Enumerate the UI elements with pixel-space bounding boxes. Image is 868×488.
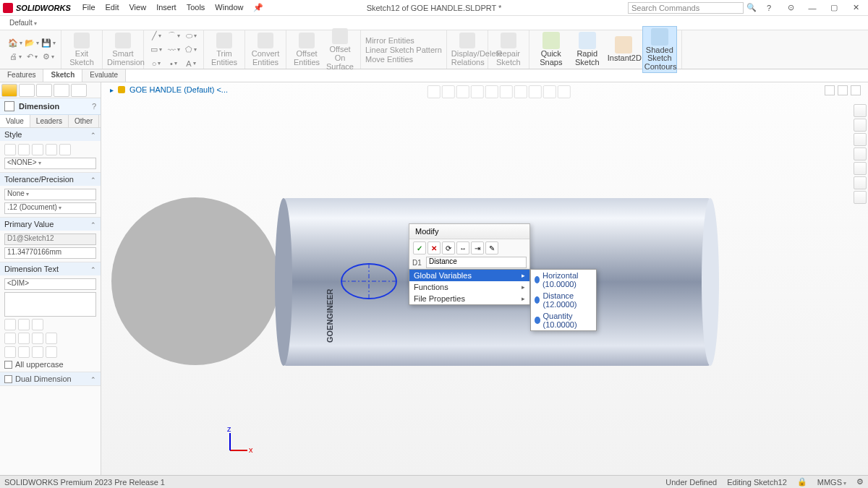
rapid-sketch[interactable]: Rapid Sketch (570, 30, 605, 68)
just-3[interactable] (32, 319, 43, 330)
feature-manager-tab[interactable] (1, 84, 17, 97)
primary-value-header[interactable]: Primary Value (0, 218, 101, 231)
tab-leaders[interactable]: Leaders (30, 115, 69, 127)
trim-button[interactable]: Trim Entities (208, 33, 240, 67)
options-button[interactable]: ⚙ (41, 50, 56, 63)
spin-inc-button[interactable]: ⇥ (471, 241, 484, 254)
var-distance[interactable]: Distance (12.0000) (531, 290, 596, 310)
smart-dimension-button[interactable]: Smart Dimension (107, 33, 139, 67)
cancel-button[interactable]: ✕ (427, 241, 441, 254)
property-manager-tab[interactable] (19, 84, 35, 97)
print-button[interactable]: 🖨 (7, 50, 23, 63)
style-dropdown[interactable]: <NONE> (4, 158, 96, 169)
help-small-icon[interactable]: ? (92, 102, 96, 111)
display-manager-tab[interactable] (71, 84, 87, 97)
linear-pattern[interactable]: Linear Sketch Pattern (365, 46, 442, 54)
style-ic2[interactable] (18, 144, 30, 155)
spline-tool[interactable]: 〰 (166, 43, 182, 56)
equation-menu[interactable]: Global Variables▸ Functions▸ File Proper… (409, 269, 530, 305)
sym-8[interactable] (46, 346, 57, 358)
config-manager-tab[interactable] (36, 84, 52, 97)
sym-6[interactable] (18, 346, 30, 358)
undo-button[interactable]: ↶ (24, 50, 40, 63)
mark-button[interactable]: ✎ (485, 241, 498, 254)
rect-tool[interactable]: ▭ (148, 43, 164, 56)
slot-tool[interactable]: ⬭ (183, 30, 199, 43)
help-icon[interactable]: ? (760, 1, 778, 14)
tolerance-precision[interactable]: .12 (Document) (4, 202, 96, 214)
menu-functions[interactable]: Functions▸ (409, 281, 529, 293)
global-vars-submenu[interactable]: Horizontal (10.0000) Distance (12.0000) … (530, 269, 597, 331)
distance-input[interactable]: Distance (426, 257, 527, 268)
style-ic4[interactable] (46, 144, 57, 155)
mirror-entities[interactable]: Mirror Entities (365, 36, 442, 45)
menu-file-properties[interactable]: File Properties▸ (409, 293, 529, 304)
menu-file[interactable]: File (78, 1, 100, 14)
tab-sketch[interactable]: Sketch (43, 69, 82, 82)
quick-snaps[interactable]: Quick Snaps (534, 30, 569, 68)
search-input[interactable]: Search Commands (628, 2, 744, 14)
tab-features[interactable]: Features (0, 69, 43, 82)
menu-tools[interactable]: Tools (182, 1, 210, 14)
just-2[interactable] (18, 319, 30, 330)
sym-3[interactable] (32, 333, 43, 344)
just-1[interactable] (4, 319, 16, 330)
tab-value[interactable]: Value (0, 115, 30, 127)
style-ic1[interactable] (4, 144, 16, 155)
rebuild-button[interactable]: ⟳ (442, 241, 455, 254)
offset-surface-button[interactable]: Offset On Surface (324, 28, 356, 71)
ok-button[interactable]: ✓ (413, 241, 426, 254)
open-button[interactable]: 📂 (24, 36, 40, 49)
dimension-value[interactable]: 11.34770166mm (4, 247, 96, 259)
line-tool[interactable]: ╱ (148, 30, 164, 43)
save-button[interactable]: 💾 (41, 36, 56, 49)
style-header[interactable]: Style (0, 128, 101, 141)
dim-text-token[interactable]: <DIM> (4, 278, 96, 290)
menu-edit[interactable]: Edit (101, 1, 124, 14)
units-label[interactable]: MMGS (817, 478, 846, 487)
close-button[interactable]: ✕ (846, 1, 865, 14)
dim-text-area[interactable] (4, 292, 96, 317)
user-icon[interactable]: ⊙ (781, 1, 800, 14)
var-horizontal[interactable]: Horizontal (10.0000) (531, 270, 596, 290)
tab-other[interactable]: Other (69, 115, 99, 127)
menu-view[interactable]: View (124, 1, 150, 14)
style-ic3[interactable] (32, 144, 43, 155)
reverse-button[interactable]: ↔ (456, 241, 469, 254)
display-delete-relations[interactable]: Display/Delete Relations (451, 33, 483, 67)
status-gear-icon[interactable]: ⚙ (856, 477, 864, 487)
menu-global-variables[interactable]: Global Variables▸ (409, 270, 529, 281)
sym-7[interactable] (32, 346, 43, 358)
circle-tool[interactable]: ○ (148, 57, 164, 70)
repair-sketch[interactable]: Repair Sketch (493, 33, 524, 67)
text-tool[interactable]: A (183, 57, 199, 70)
search-icon[interactable]: 🔍 (746, 3, 757, 12)
instant2d[interactable]: Instant2D (606, 35, 641, 64)
style-ic5[interactable] (59, 144, 71, 155)
menu-window[interactable]: Window (210, 1, 247, 14)
menu-insert[interactable]: Insert (152, 1, 181, 14)
shaded-sketch-contours[interactable]: Shaded Sketch Contours (642, 26, 677, 74)
offset-button[interactable]: Offset Entities (291, 33, 323, 67)
dim-text-header[interactable]: Dimension Text (0, 262, 101, 275)
dimxpert-tab[interactable] (54, 84, 69, 97)
graphics-area[interactable]: ▸ GOE HANDLE (Default) <... GOENGINEER (101, 82, 868, 475)
new-button[interactable]: 🏠 (7, 36, 23, 49)
dual-dim-header[interactable]: Dual Dimension (0, 372, 101, 385)
tolerance-type[interactable]: None (4, 189, 96, 200)
arc-tool[interactable]: ⌒ (166, 30, 182, 43)
lock-icon[interactable]: 🔒 (797, 477, 807, 487)
sym-2[interactable] (18, 333, 30, 344)
tab-evaluate[interactable]: Evaluate (82, 69, 126, 82)
tolerance-header[interactable]: Tolerance/Precision (0, 173, 101, 186)
sym-5[interactable] (4, 346, 16, 358)
sym-4[interactable] (46, 333, 57, 344)
exit-sketch-button[interactable]: Exit Sketch (66, 33, 98, 67)
menu-pin-icon[interactable]: 📌 (249, 1, 268, 14)
minimize-button[interactable]: — (803, 1, 822, 14)
sym-1[interactable] (4, 333, 16, 344)
point-tool[interactable]: • (166, 57, 182, 70)
maximize-button[interactable]: ▢ (825, 1, 843, 14)
all-uppercase[interactable]: All uppercase (4, 360, 96, 369)
config-dropdown[interactable]: Default (6, 18, 110, 27)
